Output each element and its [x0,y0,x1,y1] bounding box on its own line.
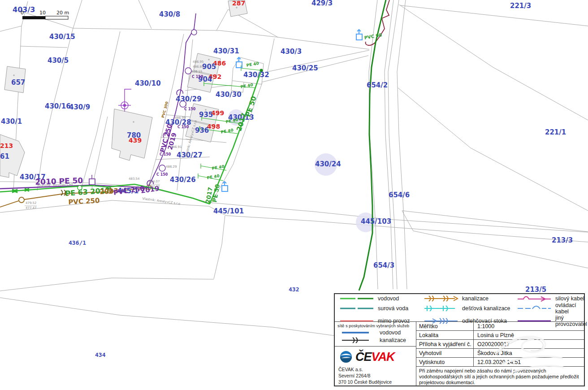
legend-label: ovládací kabel [555,302,587,315]
info-label: Vytisknuto [416,358,474,366]
info-label: Měřítko [416,322,474,330]
legend-item-surova: surová voda [339,302,424,315]
legend-services-title: sítě s poskytováním vybraných služeb [337,323,413,328]
logo-text-ce: ČE [355,350,372,364]
other-operator-pipe [0,13,197,189]
storm-inlet-icon [356,30,362,40]
company-name: ČEVAK a.s. [338,366,412,373]
company-street: Severní 2264/8 [338,373,412,379]
legend-title-block: vodovodsurová vodamimo provozkanalizaced… [334,293,585,386]
legend-item-vodovod: vodovod [339,295,424,302]
svck-line-icon [341,337,376,344]
legend-label: kanalizace [380,337,406,343]
legend-label: surová voda [378,305,408,312]
buildings [0,0,247,178]
utility-map-page: 403/3430/8430/15430/5657430/16430/9430/1… [0,0,588,390]
legend-services: sítě s poskytováním vybraných služeb vod… [335,322,416,347]
legend-utilities: vodovodsurová vodamimo provozkanalizaced… [335,294,584,322]
info-label: Lokalita [416,331,474,339]
vodovod-line-icon [339,295,374,302]
valve-chamber-icon [89,179,95,185]
scale-bar [22,16,68,19]
info-label: Vyhotovil [416,349,474,357]
company-logo: ČEVAK [339,350,412,364]
info-value: 1:1000 [474,322,584,330]
info-table: Měřítko1:1000LokalitaLosiná u PlzněPřílo… [416,322,584,386]
parcel-highlight-circles [228,109,376,232]
legend-item-ovladaci: ovládací kabel [517,302,587,315]
water-main-pipes [0,0,386,290]
storm-inlet-icon [222,182,228,191]
note-text: Při záměru napojení nebo zásahu do námi … [416,367,584,386]
company-city: 370 10 České Budějovice [338,379,412,385]
power-cable [366,0,389,45]
water-main-road [359,0,386,290]
info-row: Měřítko1:1000 [416,322,584,331]
info-value: Škodová Jitka [474,349,584,357]
legend-item-silovy: silový kabel [517,295,587,302]
info-row: LokalitaLosiná u Plzně [416,331,584,340]
legend-service-item-svck: kanalizace [341,337,413,344]
info-row: Příloha k vyjádření č.O200200017 [416,340,584,349]
legend-label: vodovod [378,295,399,302]
kanal-line-icon [424,295,458,302]
ovladaci-line-icon [517,305,552,312]
info-label: Příloha k vyjádření č. [416,340,474,348]
cevak-globe-icon [339,350,353,364]
info-row: Vytisknuto12.03.2020 14:51 [416,358,584,367]
legend-service-item-svcv: vodovod [341,329,413,336]
legend-label: silový kabel [555,295,584,302]
parcel-boundaries [0,0,588,336]
info-value: 12.03.2020 14:51 [474,358,584,366]
company-address: ČEVAK a.s. Severní 2264/8 370 10 České B… [338,366,412,386]
destova-line-icon [424,305,458,312]
storm-inlet-icons [222,30,362,191]
silovy-line-icon [517,295,552,302]
legend-item-destova: dešťová kanalizace [424,302,517,315]
survey-target-icon [118,89,131,112]
legend-label: kanalizace [462,295,489,302]
info-value: O200200017 [474,340,584,348]
logo-text-vak: VAK [372,350,395,364]
hydrant-circle-icon [78,186,82,190]
legend-item-kanal: kanalizace [424,295,517,302]
info-value: Losiná u Plzně [474,331,584,339]
legend-left-panel: sítě s poskytováním vybraných služeb vod… [335,322,416,386]
company-block: ČEVAK ČEVAK a.s. Severní 2264/8 370 10 Č… [335,347,416,387]
legend-label: dešťová kanalizace [462,305,510,312]
surova-line-icon [339,305,374,312]
info-row: VyhotovilŠkodová Jitka [416,349,584,358]
legend-label: vodovod [380,329,401,336]
water-branch-main [210,70,261,204]
svcv-line-icon [341,329,376,336]
